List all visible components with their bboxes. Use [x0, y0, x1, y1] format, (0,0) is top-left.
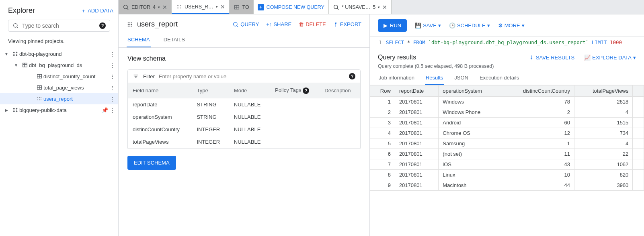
share-icon: +↑ — [266, 21, 272, 27]
result-row: 420170801Chrome OS12734 — [370, 128, 644, 138]
svg-point-31 — [178, 7, 179, 8]
tab-job-info[interactable]: Job information — [378, 72, 415, 85]
close-icon[interactable]: ✕ — [220, 4, 225, 10]
search-input[interactable] — [22, 22, 96, 29]
kebab-icon[interactable]: ⋮ — [110, 62, 115, 68]
svg-point-5 — [16, 54, 17, 56]
compose-query-tab[interactable]: +COMPOSE NEW QUERY — [254, 0, 329, 14]
save-results-label: SAVE RESULTS — [536, 55, 574, 61]
tree-node-bigquery-public-data[interactable]: ▶bigquery-public-data📌⋮ — [0, 104, 118, 116]
kebab-icon[interactable]: ⋮ — [110, 107, 115, 113]
editor-tab[interactable]: TO — [230, 0, 254, 14]
tab-results[interactable]: Results — [425, 72, 444, 85]
schema-tab[interactable]: SCHEMA — [127, 33, 151, 47]
table-icon — [35, 84, 43, 91]
tab-label: USERS_R… — [185, 4, 213, 10]
line-gutter: 1 — [370, 39, 386, 45]
add-data-label: ADD DATA — [88, 8, 113, 14]
query-icon — [333, 4, 339, 10]
expand-icon[interactable]: ▶ — [2, 108, 11, 112]
chevron-down-icon: ▾ — [522, 22, 525, 28]
close-icon[interactable]: ✕ — [162, 4, 167, 10]
tab-label: EDITOR — [131, 4, 150, 10]
svg-line-48 — [237, 26, 238, 27]
editor-tab[interactable]: * UNSAVE…5▾✕ — [329, 0, 392, 14]
explore-data-button[interactable]: 📈 EXPLORE DATA ▾ — [584, 55, 636, 61]
expand-icon[interactable]: ▼ — [11, 63, 21, 67]
schedule-button[interactable]: 🕒 SCHEDULE ▾ — [449, 22, 490, 28]
chevron-down-icon[interactable]: ▾ — [378, 5, 380, 9]
editor-tab[interactable]: USERS_R…▾✕ — [172, 0, 230, 14]
tree-node-dbt_bq_playground_ds[interactable]: ▼dbt_bq_playground_ds⋮ — [0, 59, 118, 71]
expand-icon[interactable]: ▼ — [2, 52, 11, 56]
save-button[interactable]: 💾 SAVE ▾ — [415, 22, 441, 28]
help-icon[interactable]: ? — [99, 22, 106, 29]
more-button[interactable]: ⚙ MORE ▾ — [498, 22, 525, 28]
tab-label: TO — [242, 4, 249, 10]
col-desc: Description — [320, 83, 360, 98]
query-icon — [123, 4, 129, 10]
tree-label: total_page_views — [43, 85, 110, 91]
search-input-wrap[interactable]: ? — [8, 20, 110, 32]
schema-filter[interactable]: Filter ? — [127, 69, 361, 83]
plus-icon: + — [258, 4, 264, 10]
query-button[interactable]: QUERY — [232, 21, 259, 28]
query-panel: ▶ RUN 💾 SAVE ▾ 🕒 SCHEDULE ▾ ⚙ — [370, 14, 644, 236]
share-button[interactable]: +↑ SHARE — [266, 21, 291, 28]
svg-rect-6 — [23, 63, 27, 67]
schema-row: distincCountCountryINTEGERNULLABLE — [128, 123, 361, 136]
tree-label: distinct_country_count — [43, 73, 110, 79]
export-button[interactable]: ⭱ EXPORT — [333, 21, 361, 28]
col-Row: Row — [370, 85, 395, 97]
tree-node-users_report[interactable]: users_report⋮ — [0, 93, 118, 104]
svg-point-21 — [13, 108, 15, 110]
tab-json[interactable]: JSON — [453, 72, 469, 85]
save-results-button[interactable]: ⭳ SAVE RESULTS — [529, 55, 574, 61]
svg-point-43 — [131, 24, 132, 25]
col-distincCountCountry: distincCountCountry — [501, 85, 574, 97]
filter-input[interactable] — [159, 73, 345, 79]
chevron-down-icon: ▾ — [633, 55, 636, 61]
kebab-icon[interactable]: ⋮ — [110, 85, 115, 91]
svg-point-18 — [37, 100, 38, 100]
view-icon — [127, 21, 133, 28]
filter-icon — [133, 73, 139, 79]
schema-table: Field name Type Mode Policy Tags ? Descr… — [127, 83, 361, 149]
tab-badge: 5 — [373, 4, 375, 10]
tree-node-total_page_views[interactable]: total_page_views⋮ — [0, 82, 118, 93]
run-label: RUN — [390, 22, 401, 28]
detail-title: users_report — [127, 20, 228, 28]
sql-editor[interactable]: 1 SELECT * FROM `dbt-bq-playground.dbt_b… — [370, 37, 644, 48]
details-tab[interactable]: DETAILS — [163, 33, 186, 47]
kebab-icon[interactable]: ⋮ — [110, 73, 115, 79]
table-icon — [35, 73, 43, 79]
results-table: RowreportDateoperationSystemdistincCount… — [370, 85, 644, 191]
svg-point-19 — [39, 100, 40, 100]
delete-button[interactable]: 🗑 DELETE — [299, 21, 326, 28]
edit-schema-button[interactable]: EDIT SCHEMA — [127, 156, 176, 170]
svg-point-46 — [131, 25, 132, 26]
result-row: 320170801Android601515 — [370, 118, 644, 128]
chevron-down-icon[interactable]: ▾ — [216, 5, 218, 9]
run-button[interactable]: ▶ RUN — [378, 19, 407, 32]
tree-node-distinct_country_count[interactable]: distinct_country_count⋮ — [0, 71, 118, 82]
delete-label: DELETE — [306, 21, 326, 27]
col-type: Type — [192, 83, 229, 98]
help-icon[interactable]: ? — [303, 87, 309, 94]
kebab-icon[interactable]: ⋮ — [110, 51, 115, 57]
help-icon[interactable]: ? — [349, 73, 355, 79]
svg-point-42 — [129, 24, 131, 25]
pin-icon[interactable]: 📌 — [102, 107, 108, 113]
svg-point-16 — [39, 97, 40, 98]
close-icon[interactable]: ✕ — [382, 4, 387, 10]
add-data-button[interactable]: ＋ ADD DATA — [81, 7, 113, 14]
tab-execution[interactable]: Execution details — [479, 72, 520, 85]
tree-node-dbt-bq-playground[interactable]: ▼dbt-bq-playground⋮ — [0, 48, 118, 59]
chevron-down-icon: ▾ — [487, 22, 490, 28]
explorer-title: Explorer — [8, 6, 35, 15]
svg-point-36 — [334, 5, 338, 8]
kebab-icon[interactable]: ⋮ — [110, 96, 115, 102]
svg-point-24 — [16, 110, 17, 112]
editor-tab[interactable]: EDITOR4▾✕ — [119, 0, 172, 14]
chevron-down-icon[interactable]: ▾ — [158, 5, 160, 9]
